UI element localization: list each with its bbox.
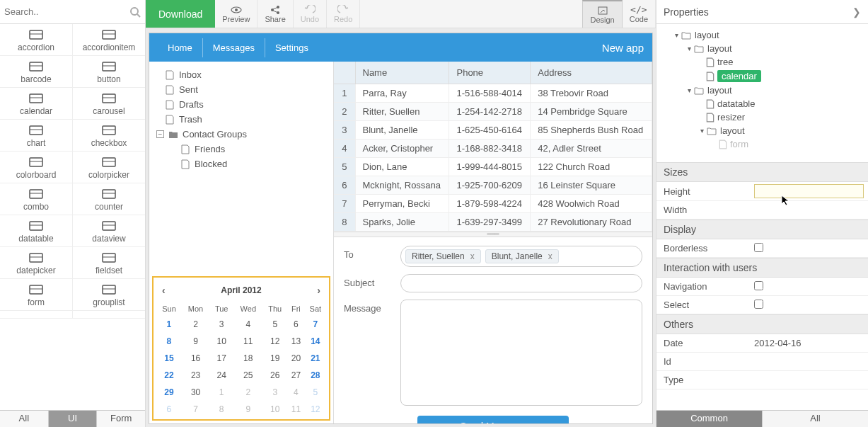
height-input[interactable]	[754, 184, 864, 198]
tab-all-props[interactable]: All	[763, 411, 868, 427]
tab-messages[interactable]: Messages	[203, 38, 265, 57]
preview-button[interactable]: Preview	[215, 0, 257, 28]
cal-day[interactable]: 12	[262, 333, 287, 350]
cal-day[interactable]: 4	[287, 384, 305, 401]
remove-tag-icon[interactable]: x	[548, 251, 552, 261]
widget-barcode[interactable]: barcode	[0, 56, 73, 88]
cal-day[interactable]: 1	[209, 384, 233, 401]
cal-day[interactable]: 24	[209, 367, 233, 384]
cal-day[interactable]: 10	[262, 401, 287, 418]
table-row[interactable]: 8Sparks, Jolie1-639-297-349927 Revolutio…	[334, 213, 652, 232]
cal-day[interactable]: 26	[262, 367, 287, 384]
cal-day[interactable]: 7	[305, 316, 326, 333]
borderless-checkbox[interactable]	[754, 243, 763, 252]
widget-datepicker[interactable]: datepicker	[0, 247, 73, 279]
tab-all[interactable]: All	[0, 411, 49, 427]
tab-ui[interactable]: UI	[49, 411, 98, 427]
select-checkbox[interactable]	[754, 300, 763, 309]
to-field[interactable]: Ritter, SuellenxBlunt, Janellex	[400, 246, 642, 267]
cal-day[interactable]: 27	[287, 367, 305, 384]
send-button[interactable]: Send Message	[417, 416, 568, 423]
search-icon[interactable]	[129, 6, 141, 18]
cal-day[interactable]: 9	[182, 333, 209, 350]
search-input[interactable]	[4, 6, 129, 17]
table-row[interactable]: 2Ritter, Suellen1-254-142-271814 Pembrid…	[334, 103, 652, 121]
subject-input[interactable]	[400, 274, 642, 292]
tab-common[interactable]: Common	[656, 411, 763, 427]
remove-tag-icon[interactable]: x	[470, 251, 475, 261]
cal-day[interactable]: 28	[305, 367, 326, 384]
cal-day[interactable]: 3	[262, 384, 287, 401]
widget-accordion[interactable]: accordion	[0, 24, 73, 56]
table-row[interactable]: 4Acker, Cristopher1-168-882-341842, Adle…	[334, 140, 652, 158]
collapse-icon[interactable]: −	[156, 130, 164, 138]
widget-grouplist[interactable]: grouplist	[73, 279, 146, 311]
table-row[interactable]: 7Perryman, Becki1-879-598-4224428 Woolwi…	[334, 195, 652, 213]
cal-day[interactable]: 3	[209, 316, 233, 333]
col-address[interactable]: Address	[531, 62, 652, 84]
tree-layout-2[interactable]: ▾layout	[659, 42, 865, 55]
chevron-right-icon[interactable]: ❯	[852, 6, 861, 18]
folder-drafts[interactable]: Drafts	[154, 97, 329, 112]
download-button[interactable]: Download	[146, 0, 215, 28]
cal-day[interactable]: 13	[287, 333, 305, 350]
cal-day[interactable]: 8	[209, 401, 233, 418]
resizer-handle[interactable]: ═══	[334, 232, 652, 237]
cal-day[interactable]: 8	[156, 333, 182, 350]
cal-day[interactable]: 11	[233, 333, 262, 350]
cal-day[interactable]: 29	[156, 384, 182, 401]
cal-day[interactable]: 5	[262, 316, 287, 333]
cal-day[interactable]: 18	[233, 350, 262, 367]
cal-day[interactable]: 4	[233, 316, 262, 333]
tree-item-resizer[interactable]: resizer	[659, 110, 865, 124]
table-row[interactable]: 1Parra, Ray1-516-588-401438 Trebovir Roa…	[334, 84, 652, 103]
cal-day[interactable]: 30	[182, 384, 209, 401]
cal-day[interactable]: 9	[233, 401, 262, 418]
cal-day[interactable]: 23	[182, 367, 209, 384]
cal-day[interactable]: 16	[182, 350, 209, 367]
tree-item-datatable[interactable]: datatable	[659, 97, 865, 110]
cal-day[interactable]: 17	[209, 350, 233, 367]
widget-colorpicker[interactable]: colorpicker	[73, 152, 146, 183]
cal-day[interactable]: 14	[305, 333, 326, 350]
folder-blocked[interactable]: Blocked	[154, 156, 329, 171]
recipient-tag[interactable]: Ritter, Suellenx	[405, 249, 481, 263]
design-tab[interactable]: Design	[582, 0, 622, 28]
cal-prev-icon[interactable]: ‹	[162, 285, 166, 296]
widget-datatable[interactable]: datatable	[0, 215, 73, 247]
cal-day[interactable]: 25	[233, 367, 262, 384]
cal-next-icon[interactable]: ›	[317, 285, 320, 296]
cal-day[interactable]: 1	[156, 316, 182, 333]
widget-accordionitem[interactable]: accordionitem	[73, 24, 146, 56]
folder-sent[interactable]: Sent	[154, 82, 329, 97]
cal-day[interactable]: 19	[262, 350, 287, 367]
widget-fieldset[interactable]: fieldset	[73, 247, 146, 279]
tree-layout-3[interactable]: ▾layout	[659, 84, 865, 97]
widget-checkbox[interactable]: checkbox	[73, 120, 146, 152]
folder-inbox[interactable]: Inbox	[154, 67, 329, 82]
table-row[interactable]: 5Dion, Lane1-999-444-8015122 Church Road	[334, 158, 652, 176]
widget-form[interactable]: form	[0, 279, 73, 311]
col-phone[interactable]: Phone	[449, 62, 531, 84]
folder-contact-groups[interactable]: −Contact Groups	[154, 127, 329, 142]
contacts-table[interactable]: Name Phone Address 1Parra, Ray1-516-588-…	[334, 62, 652, 232]
widget-colorboard[interactable]: colorboard	[0, 152, 73, 183]
cal-day[interactable]: 11	[287, 401, 305, 418]
calendar-widget[interactable]: ‹ April 2012 › SunMonTueWedThuFriSat1234…	[152, 276, 330, 421]
cal-day[interactable]: 2	[182, 316, 209, 333]
cal-day[interactable]: 7	[182, 401, 209, 418]
widget-counter[interactable]: counter	[73, 183, 146, 215]
folder-trash[interactable]: Trash	[154, 112, 329, 127]
widget-carousel[interactable]: carousel	[73, 88, 146, 120]
tree-item-calendar[interactable]: calendar	[659, 69, 865, 84]
widget-combo[interactable]: combo	[0, 183, 73, 215]
cal-day[interactable]: 12	[305, 401, 326, 418]
folder-friends[interactable]: Friends	[154, 142, 329, 156]
widget-button[interactable]: button	[73, 56, 146, 88]
navigation-checkbox[interactable]	[754, 281, 763, 290]
tree-layout-1[interactable]: ▾layout	[659, 28, 865, 42]
cal-day[interactable]: 2	[233, 384, 262, 401]
tab-settings[interactable]: Settings	[265, 38, 318, 57]
cal-day[interactable]: 5	[305, 384, 326, 401]
code-tab[interactable]: </> Code	[623, 0, 656, 28]
